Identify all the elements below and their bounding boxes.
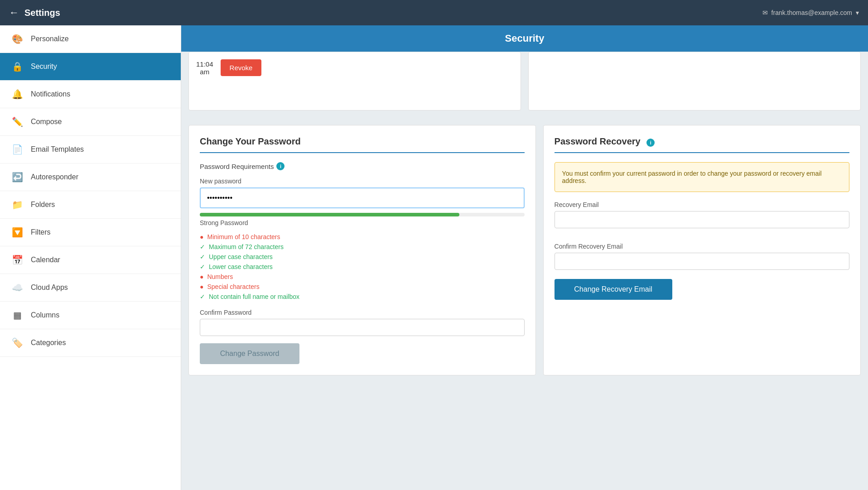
req-pass-icon: ✓	[200, 263, 205, 270]
sidebar-icon-filters: 🔽	[11, 227, 24, 238]
strength-label: Strong Password	[200, 219, 525, 226]
app-title: Settings	[24, 8, 60, 18]
req-fail-icon: ●	[200, 233, 203, 240]
requirements-label-text: Password Requirements	[200, 163, 274, 170]
password-recovery-panel: Password Recovery i You must confirm you…	[543, 125, 861, 375]
topbar: ← Settings ✉ frank.thomas@example.com ▾	[0, 0, 868, 25]
requirements-list: ● Minimum of 10 characters✓ Maximum of 7…	[200, 232, 525, 302]
topbar-left: ← Settings	[9, 7, 60, 19]
new-password-input[interactable]	[200, 187, 525, 208]
sidebar-label-calendar: Calendar	[31, 256, 60, 264]
confirm-recovery-input[interactable]	[555, 253, 849, 270]
recovery-info-icon[interactable]: i	[646, 139, 655, 147]
sidebar-item-notifications[interactable]: 🔔 Notifications	[0, 81, 181, 108]
req-text: Upper case characters	[209, 253, 273, 260]
req-text: Minimum of 10 characters	[207, 233, 280, 240]
req-text: Lower case characters	[209, 263, 273, 270]
sidebar-label-notifications: Notifications	[31, 90, 70, 98]
warning-box: You must confirm your current password i…	[555, 162, 849, 192]
req-fail-icon: ●	[200, 273, 203, 280]
top-cards-row: 11:04 am Revoke	[181, 52, 868, 118]
panels-row: Change Your Password Password Requiremen…	[181, 118, 868, 383]
req-fail-icon: ●	[200, 283, 203, 290]
sidebar-icon-autoresponder: ↩️	[11, 172, 24, 183]
requirement-item: ● Numbers	[200, 272, 525, 282]
recovery-title-text: Password Recovery	[555, 136, 641, 146]
session-card-right	[528, 52, 861, 110]
topbar-right: ✉ frank.thomas@example.com ▾	[762, 9, 859, 16]
time-line1: 11:04	[196, 60, 213, 68]
sidebar-icon-email-templates: 📄	[11, 144, 24, 155]
req-text: Numbers	[207, 273, 233, 280]
sidebar-item-autoresponder[interactable]: ↩️ Autoresponder	[0, 163, 181, 191]
sidebar-item-categories[interactable]: 🏷️ Categories	[0, 329, 181, 357]
confirm-password-label: Confirm Password	[200, 309, 525, 316]
main-content: Security 11:04 am Revoke Change Your Pas…	[181, 25, 868, 490]
sidebar-item-cloud-apps[interactable]: ☁️ Cloud Apps	[0, 274, 181, 302]
sidebar-label-filters: Filters	[31, 228, 51, 236]
sidebar-icon-columns: ▦	[11, 310, 24, 321]
sidebar-label-folders: Folders	[31, 201, 55, 209]
sidebar-label-categories: Categories	[31, 339, 66, 347]
strength-bar-container	[200, 213, 525, 216]
req-pass-icon: ✓	[200, 253, 205, 260]
recovery-panel-title: Password Recovery i	[555, 136, 849, 153]
user-email: frank.thomas@example.com	[772, 9, 852, 16]
requirement-item: ✓ Lower case characters	[200, 262, 525, 272]
requirement-item: ● Minimum of 10 characters	[200, 232, 525, 242]
requirement-item: ✓ Maximum of 72 characters	[200, 242, 525, 252]
user-email-icon: ✉	[762, 9, 768, 16]
change-recovery-email-button[interactable]: Change Recovery Email	[555, 279, 672, 300]
sidebar-label-compose: Compose	[31, 118, 62, 126]
confirm-password-input[interactable]	[200, 319, 525, 336]
user-dropdown-icon[interactable]: ▾	[856, 9, 859, 16]
sidebar-icon-calendar: 📅	[11, 255, 24, 265]
sidebar-icon-personalize: 🎨	[11, 34, 24, 44]
requirements-info-icon[interactable]: i	[276, 162, 285, 170]
sidebar-icon-folders: 📁	[11, 199, 24, 210]
sidebar-item-email-templates[interactable]: 📄 Email Templates	[0, 136, 181, 163]
main-header-title: Security	[181, 25, 868, 52]
sidebar-label-email-templates: Email Templates	[31, 145, 84, 154]
sidebar-item-calendar[interactable]: 📅 Calendar	[0, 246, 181, 274]
revoke-button[interactable]: Revoke	[221, 59, 262, 76]
requirements-label-row: Password Requirements i	[200, 162, 525, 170]
layout: 🎨 Personalize 🔒 Security 🔔 Notifications…	[0, 25, 868, 490]
requirement-item: ✓ Not contain full name or mailbox	[200, 292, 525, 302]
sidebar-label-columns: Columns	[31, 311, 59, 319]
requirement-item: ● Special characters	[200, 282, 525, 292]
req-text: Not contain full name or mailbox	[209, 293, 299, 300]
req-pass-icon: ✓	[200, 293, 205, 300]
req-pass-icon: ✓	[200, 243, 205, 250]
sidebar-label-security: Security	[31, 62, 57, 71]
req-text: Special characters	[207, 283, 259, 290]
session-card: 11:04 am Revoke	[188, 52, 521, 110]
sidebar-item-columns[interactable]: ▦ Columns	[0, 302, 181, 329]
sidebar: 🎨 Personalize 🔒 Security 🔔 Notifications…	[0, 25, 181, 490]
sidebar-item-folders[interactable]: 📁 Folders	[0, 191, 181, 219]
sidebar-icon-security: 🔒	[11, 61, 24, 72]
session-time: 11:04 am	[196, 60, 213, 76]
sidebar-icon-notifications: 🔔	[11, 89, 24, 100]
sidebar-item-security[interactable]: 🔒 Security	[0, 53, 181, 81]
sidebar-item-compose[interactable]: ✏️ Compose	[0, 108, 181, 136]
sidebar-item-filters[interactable]: 🔽 Filters	[0, 219, 181, 246]
change-password-panel: Change Your Password Password Requiremen…	[188, 125, 536, 375]
sidebar-icon-compose: ✏️	[11, 116, 24, 127]
sidebar-item-personalize[interactable]: 🎨 Personalize	[0, 25, 181, 53]
sidebar-icon-categories: 🏷️	[11, 337, 24, 348]
strength-bar-fill	[200, 213, 459, 216]
sidebar-label-autoresponder: Autoresponder	[31, 173, 78, 181]
sidebar-icon-cloud-apps: ☁️	[11, 282, 24, 293]
change-password-title: Change Your Password	[200, 136, 525, 153]
confirm-recovery-label: Confirm Recovery Email	[555, 243, 849, 250]
time-line2: am	[196, 68, 213, 76]
recovery-email-input[interactable]	[555, 211, 849, 228]
back-button[interactable]: ←	[9, 7, 19, 19]
req-text: Maximum of 72 characters	[209, 243, 284, 250]
sidebar-label-cloud-apps: Cloud Apps	[31, 283, 68, 292]
new-password-label: New password	[200, 178, 525, 185]
sidebar-label-personalize: Personalize	[31, 35, 69, 43]
change-password-button[interactable]: Change Password	[200, 343, 299, 364]
recovery-email-label: Recovery Email	[555, 201, 849, 208]
